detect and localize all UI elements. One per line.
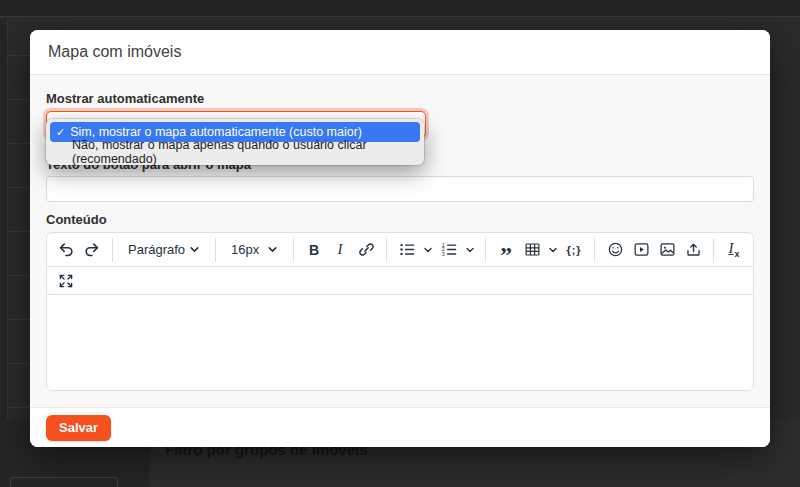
show-auto-label: Mostrar automaticamente [46, 91, 754, 106]
bold-button[interactable]: B [301, 237, 327, 263]
redo-button[interactable] [79, 237, 105, 263]
button-text-input[interactable] [46, 176, 754, 202]
toolbar-separator [386, 238, 387, 262]
backdrop-row-divider [8, 275, 30, 276]
checkmark-icon: ✓ [56, 127, 65, 138]
paragraph-format-value: Parágrafo [128, 242, 185, 257]
table-options-button[interactable] [545, 237, 561, 263]
code-sample-button[interactable]: {;} [561, 237, 587, 263]
clear-formatting-icon: Ix [728, 240, 739, 259]
link-icon [358, 241, 375, 258]
image-button[interactable] [654, 237, 680, 263]
blockquote-icon: ” [500, 250, 512, 260]
font-size-value: 16px [231, 242, 259, 257]
dropdown-option-label: Sim, mostrar o mapa automaticamente (cus… [70, 125, 362, 139]
modal-body: Mostrar automaticamente Sim, mostrar o m… [30, 75, 770, 407]
font-size-select[interactable]: 16px [223, 236, 286, 264]
bold-icon: B [309, 242, 319, 258]
backdrop-row-divider [8, 187, 30, 188]
toolbar-separator [293, 238, 294, 262]
save-button[interactable]: Salvar [46, 415, 111, 441]
toolbar-separator [112, 238, 113, 262]
italic-button[interactable]: I [327, 237, 353, 263]
code-sample-icon: {;} [566, 244, 581, 256]
undo-icon [57, 241, 75, 259]
map-settings-modal: Mapa com imóveis Mostrar automaticamente… [30, 30, 770, 447]
numbered-list-button[interactable]: 1 2 3 [436, 237, 462, 263]
image-icon [659, 241, 676, 258]
toolbar-separator [713, 238, 714, 262]
backdrop-row-divider [8, 407, 30, 408]
numbered-list-options-button[interactable] [462, 237, 478, 263]
emoji-icon [607, 241, 624, 258]
editor-toolbar-row-1: Parágrafo 16px B I [47, 233, 753, 267]
media-button[interactable] [628, 237, 654, 263]
chevron-down-icon [548, 245, 558, 255]
content-label: Conteúdo [46, 212, 754, 227]
paragraph-format-select[interactable]: Parágrafo [120, 236, 208, 264]
backdrop-row-divider [8, 363, 30, 364]
rich-text-editor: Parágrafo 16px B I [46, 232, 754, 391]
fullscreen-button[interactable] [53, 268, 79, 294]
bullet-list-icon [399, 241, 416, 258]
bullet-list-options-button[interactable] [420, 237, 436, 263]
dropdown-option-no[interactable]: Não, mostrar o mapa apenas quando o usuá… [50, 142, 420, 162]
editor-toolbar-row-2 [47, 267, 753, 295]
fullscreen-icon [58, 273, 74, 289]
link-button[interactable] [353, 237, 379, 263]
show-auto-dropdown-menu: ✓ Sim, mostrar o mapa automaticamente (c… [46, 119, 424, 165]
editor-content-area[interactable] [47, 295, 753, 390]
svg-text:3: 3 [441, 251, 444, 257]
backdrop-row-divider [8, 143, 30, 144]
upload-image-button[interactable] [680, 237, 706, 263]
backdrop-row-divider [8, 319, 30, 320]
chevron-down-icon [267, 244, 278, 255]
italic-icon: I [338, 241, 343, 258]
toolbar-separator [594, 238, 595, 262]
backdrop-partial-control [10, 477, 118, 487]
bullet-list-button[interactable] [394, 237, 420, 263]
table-icon [524, 241, 541, 258]
backdrop-row-divider [8, 99, 30, 100]
backdrop-topbar [0, 0, 800, 17]
clear-formatting-button[interactable]: Ix [721, 237, 747, 263]
backdrop-sidebar-edge [0, 18, 8, 487]
modal-footer: Salvar [30, 407, 770, 447]
modal-header: Mapa com imóveis [30, 30, 770, 75]
undo-button[interactable] [53, 237, 79, 263]
redo-icon [83, 241, 101, 259]
toolbar-separator [215, 238, 216, 262]
blockquote-button[interactable]: ” [493, 237, 519, 263]
dropdown-option-label: Não, mostrar o mapa apenas quando o usuá… [72, 138, 414, 166]
toolbar-separator [485, 238, 486, 262]
chevron-down-icon [465, 245, 475, 255]
modal-title: Mapa com imóveis [48, 43, 181, 61]
numbered-list-icon: 1 2 3 [441, 241, 458, 258]
backdrop-row-divider [8, 55, 30, 56]
backdrop-row-divider [8, 231, 30, 232]
upload-icon [685, 241, 702, 258]
media-icon [633, 241, 650, 258]
chevron-down-icon [423, 245, 433, 255]
emoji-button[interactable] [602, 237, 628, 263]
table-button[interactable] [519, 237, 545, 263]
chevron-down-icon [189, 244, 200, 255]
